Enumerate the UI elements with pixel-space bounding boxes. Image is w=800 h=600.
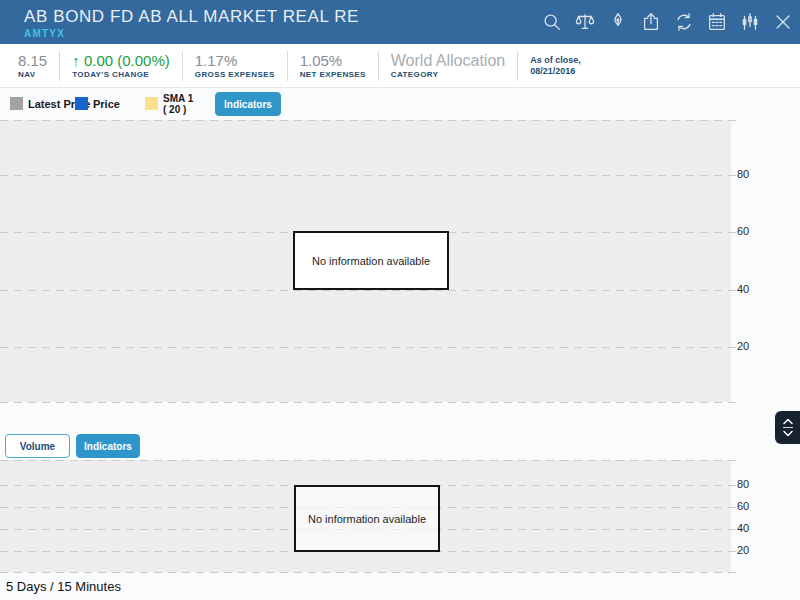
price-no-data-message: No information available [293, 231, 449, 290]
fund-title: AB BOND FD AB ALL MARKET REAL RE [24, 7, 359, 27]
refresh-icon[interactable] [673, 11, 695, 33]
legend-price: Price [93, 98, 120, 110]
search-icon[interactable] [541, 11, 563, 33]
net-expenses-label: NET EXPENSES [300, 69, 366, 80]
indicators-button-volume[interactable]: Indicators [76, 434, 140, 458]
change-label: TODAY'S CHANGE [72, 69, 170, 80]
fund-stats-bar: 8.15 NAV ↑ 0.00 (0.00%) TODAY'S CHANGE 1… [0, 44, 800, 88]
stat-net-expenses: 1.05% NET EXPENSES [300, 52, 366, 80]
legend-sma: SMA 1 ( 20 ) [163, 93, 193, 115]
gridline [0, 290, 738, 291]
change-value: 0.00 (0.00%) [84, 52, 170, 69]
fund-ticker: AMTYX [24, 28, 65, 39]
category-label: CATEGORY [391, 69, 505, 80]
price-y-tick: 40 [737, 283, 749, 295]
price-swatch [75, 97, 88, 110]
gridline [0, 572, 738, 573]
stat-gross-expenses: 1.17% GROSS EXPENSES [195, 52, 275, 80]
gross-expenses-value: 1.17% [195, 52, 275, 69]
sma-swatch [145, 97, 158, 110]
nav-label: NAV [18, 69, 47, 80]
handle-divider [783, 427, 793, 428]
sma-period: ( 20 ) [163, 104, 193, 115]
volume-y-tick: 60 [737, 500, 749, 512]
up-arrow-icon: ↑ [72, 52, 80, 69]
price-y-tick: 60 [737, 225, 749, 237]
gridline [0, 120, 738, 121]
gridline [0, 402, 738, 403]
as-of-line2: 08/21/2016 [530, 66, 581, 77]
gross-expenses-label: GROSS EXPENSES [195, 69, 275, 80]
sma-name: SMA 1 [163, 93, 193, 104]
header-toolbar [541, 11, 794, 33]
stat-divider [59, 51, 60, 81]
price-y-tick: 80 [737, 168, 749, 180]
nav-value: 8.15 [18, 52, 47, 69]
volume-y-tick: 80 [737, 478, 749, 490]
timeframe-label[interactable]: 5 Days / 15 Minutes [6, 579, 121, 594]
stat-divider [287, 51, 288, 81]
compare-scales-icon[interactable] [574, 11, 596, 33]
draw-pen-icon[interactable] [607, 11, 629, 33]
stat-divider [517, 51, 518, 81]
net-expenses-value: 1.05% [300, 52, 366, 69]
panel-resize-handle[interactable] [775, 411, 800, 444]
price-y-tick: 20 [737, 340, 749, 352]
stat-nav: 8.15 NAV [18, 52, 47, 80]
stat-category: World Allocation CATEGORY [391, 52, 505, 80]
indicators-button-price[interactable]: Indicators [215, 92, 281, 116]
volume-y-tick: 40 [737, 522, 749, 534]
chevron-down-icon [782, 430, 794, 437]
calendar-icon[interactable] [706, 11, 728, 33]
latest-price-swatch [10, 97, 23, 110]
chevron-up-icon [782, 418, 794, 425]
volume-no-data-message: No information available [294, 485, 440, 552]
gridline [0, 175, 738, 176]
volume-y-tick: 20 [737, 544, 749, 556]
as-of-line1: As of close, [530, 55, 581, 66]
share-icon[interactable] [640, 11, 662, 33]
candlestick-chart-icon[interactable] [739, 11, 761, 33]
stat-todays-change: ↑ 0.00 (0.00%) TODAY'S CHANGE [72, 52, 170, 80]
stat-divider [182, 51, 183, 81]
app-header: AB BOND FD AB ALL MARKET REAL RE AMTYX [0, 0, 800, 44]
gridline [0, 347, 738, 348]
as-of-date: As of close, 08/21/2016 [530, 55, 581, 77]
volume-button[interactable]: Volume [5, 434, 70, 458]
category-value: World Allocation [391, 52, 505, 69]
stat-divider [378, 51, 379, 81]
gridline [0, 460, 738, 461]
close-icon[interactable] [772, 11, 794, 33]
